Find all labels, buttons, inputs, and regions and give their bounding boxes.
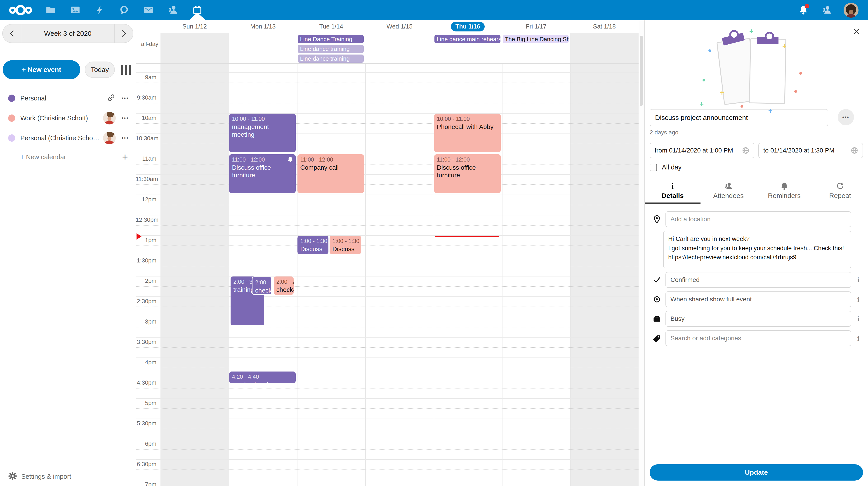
status-row: Confirmed i — [650, 272, 863, 288]
categories-input[interactable] — [665, 330, 851, 346]
today-button[interactable]: Today — [85, 61, 115, 78]
sidebar-calendar-item-0[interactable]: Personal••• — [0, 88, 135, 108]
calendar-actions-button[interactable]: ••• — [122, 95, 129, 101]
categories-info-icon[interactable]: i — [854, 334, 863, 343]
tab-label: Repeat — [829, 192, 851, 200]
all-day-event[interactable]: The Big Line Dancing Show — [503, 35, 569, 43]
calendar-event[interactable]: 11:00 - 12:00Discuss office furniture — [229, 154, 296, 193]
day-header-cell[interactable]: Wed 1/15 — [365, 22, 434, 31]
location-input[interactable] — [665, 211, 851, 227]
time-label: 10am — [135, 114, 156, 121]
update-button[interactable]: Update — [650, 464, 863, 481]
day-header-cell[interactable]: Thu 1/16 — [434, 22, 502, 31]
week-grid[interactable]: 9am9:30am10am10:30am11am11:30am12pm12:30… — [135, 64, 639, 486]
calendar-actions-button[interactable]: ••• — [122, 115, 129, 121]
description-textarea[interactable]: Hi Carl! are you in next week? I got som… — [663, 231, 851, 268]
nextcloud-logo[interactable] — [8, 3, 33, 17]
calendar-event[interactable]: 11:00 - 12:00Company call — [298, 154, 364, 193]
scrollbar-thumb[interactable] — [640, 36, 643, 106]
all-day-event[interactable]: Line dance main rehearsal — [434, 35, 500, 43]
close-panel-button[interactable]: × — [853, 25, 860, 37]
navbar-right — [797, 3, 868, 18]
grid-hour-line — [135, 113, 639, 114]
notifications-button[interactable] — [797, 3, 810, 17]
time-label: 4:30pm — [135, 379, 156, 386]
tab-details[interactable]: iDetails — [645, 180, 701, 204]
freebusy-select[interactable]: Busy — [665, 311, 851, 327]
all-day-event[interactable]: Line dance training — [298, 45, 364, 53]
grid-hour-line — [135, 480, 639, 480]
calendar-item-controls: ••• — [107, 93, 129, 103]
all-day-cell[interactable] — [229, 33, 297, 63]
calendar-event[interactable]: 1:00 - 1:30Discuss project announcement — [298, 236, 329, 254]
timezone-globe-icon[interactable] — [850, 146, 859, 155]
freebusy-info-icon[interactable]: i — [854, 315, 863, 323]
sidebar-calendar-item-1[interactable]: Work (Christine Schott)••• — [0, 108, 135, 128]
tab-reminders[interactable]: Reminders — [756, 180, 812, 204]
status-info-icon[interactable]: i — [854, 276, 863, 284]
tab-attendees[interactable]: Attendees — [701, 180, 756, 204]
app-button-activity[interactable] — [88, 0, 112, 20]
grid-hour-line — [135, 195, 639, 195]
all-day-cell[interactable]: Line Dance TrainingLine dance trainingLi… — [297, 33, 365, 63]
event-time: 1:00 - 1:30 — [332, 237, 359, 245]
app-button-mail[interactable] — [136, 0, 161, 20]
grid-quarter-line — [135, 184, 639, 185]
all-day-event[interactable]: Line dance training — [298, 55, 364, 63]
calendar-event[interactable]: 10:00 - 11:00Phonecall with Abby — [434, 114, 501, 152]
all-day-toggle[interactable]: All day — [650, 164, 863, 171]
app-button-talk[interactable] — [112, 0, 136, 20]
event-title-input[interactable] — [650, 109, 828, 126]
all-day-event[interactable]: Line Dance Training — [298, 35, 364, 43]
app-button-files[interactable] — [39, 0, 63, 20]
calendar-list: Personal•••Work (Christine Schott)•••Per… — [0, 88, 135, 148]
new-calendar-button[interactable]: + New calendar + — [0, 148, 135, 166]
start-date-picker[interactable]: from 01/14/2020 at 1:00 PM — [650, 143, 754, 158]
all-day-cell[interactable] — [365, 33, 434, 63]
day-label: Sun 1/12 — [182, 23, 207, 30]
event-actions-button[interactable]: ••• — [838, 109, 854, 125]
calendar-event[interactable]: 10:00 - 11:00management meeting — [229, 114, 296, 152]
all-day-cell[interactable] — [570, 33, 639, 63]
calendar-event[interactable]: 4:20 - 4:40purchasing dept — [229, 372, 296, 383]
grid-quarter-line — [135, 347, 639, 348]
day-header-cell[interactable]: Tue 1/14 — [297, 22, 365, 31]
contacts-menu-button[interactable] — [820, 3, 834, 17]
calendar-event[interactable]: 11:00 - 12:00Discuss office furniture — [434, 154, 501, 193]
user-avatar[interactable] — [844, 3, 859, 18]
calendar-color-dot — [8, 114, 16, 122]
grid-scrollbar[interactable] — [639, 20, 644, 486]
status-select[interactable]: Confirmed — [665, 272, 851, 288]
next-week-button[interactable] — [116, 24, 131, 42]
day-header-cell[interactable]: Sun 1/12 — [160, 22, 229, 31]
repeat-icon — [836, 181, 844, 191]
all-day-row: all-day Line Dance TrainingLine dance tr… — [135, 33, 639, 64]
calendar-event[interactable]: 2:00 - 2:30check-in — [252, 277, 272, 295]
calendar-event[interactable]: 2:00 - 2:30check-in — [274, 277, 294, 295]
visibility-select[interactable]: When shared show full event — [665, 291, 851, 307]
previous-week-button[interactable] — [4, 24, 20, 42]
all-day-cell[interactable]: Line dance main rehearsal — [434, 33, 502, 63]
tab-repeat[interactable]: Repeat — [812, 180, 868, 204]
new-event-button[interactable]: + New event — [3, 60, 80, 79]
visibility-info-icon[interactable]: i — [854, 295, 863, 304]
day-header-cell[interactable]: Fri 1/17 — [502, 22, 570, 31]
settings-import-button[interactable]: Settings & import — [8, 471, 71, 482]
calendar-actions-button[interactable]: ••• — [122, 135, 129, 141]
end-date-picker[interactable]: to 01/14/2020 at 1:30 PM — [758, 143, 863, 158]
app-button-photos[interactable] — [63, 0, 88, 20]
all-day-cell[interactable] — [160, 33, 229, 63]
time-label: 4pm — [135, 359, 156, 366]
app-button-contacts[interactable] — [161, 0, 185, 20]
bell-icon — [780, 181, 789, 191]
all-day-cell[interactable]: The Big Line Dancing Show — [502, 33, 570, 63]
view-switcher-button[interactable] — [119, 63, 133, 76]
all-day-checkbox[interactable] — [650, 164, 657, 171]
day-header-cell[interactable]: Mon 1/13 — [229, 22, 297, 31]
timezone-globe-icon[interactable] — [741, 146, 750, 155]
share-link-icon[interactable] — [107, 93, 116, 103]
calendar-event[interactable]: 1:00 - 1:30Discuss project — [330, 236, 361, 254]
notification-dot — [805, 4, 809, 8]
day-header-cell[interactable]: Sat 1/18 — [570, 22, 639, 31]
sidebar-calendar-item-2[interactable]: Personal (Christine Scho…)••• — [0, 128, 135, 148]
